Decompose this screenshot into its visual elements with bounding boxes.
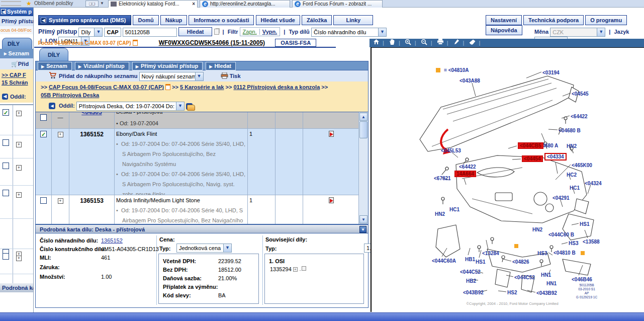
diagram-part-label[interactable]: <13284 [482, 251, 499, 256]
diagram-part-label[interactable]: <043B92 [536, 290, 557, 296]
diagram-part-label[interactable]: HN2 [567, 143, 577, 149]
bg-breadcrumb[interactable]: >> CAP F15 Schrán [0, 69, 34, 91]
prev-section-button[interactable]: ◀ [49, 103, 55, 109]
zoom-out-icon[interactable] [418, 39, 431, 48]
diagram-part-label[interactable]: HC2 [567, 172, 577, 178]
scroll-down-icon[interactable]: ▼ [359, 215, 367, 223]
diagram-part-label[interactable]: <044C60 B [548, 232, 574, 237]
scroll-up-icon[interactable]: ▲ [359, 113, 367, 121]
bg-table-row[interactable]: + [0, 186, 34, 219]
bg-table-row[interactable]: + [0, 219, 34, 249]
bg-table-row[interactable]: + [0, 158, 34, 186]
nav-links[interactable]: Linky [333, 15, 373, 25]
diagram-part-label[interactable]: <044C52 [460, 269, 481, 275]
search-button[interactable]: Hledat [178, 27, 213, 36]
bg-dily-tab[interactable]: DÍLY [2, 38, 32, 49]
goto-icon[interactable] [302, 266, 306, 271]
nav-tech-support[interactable]: Technická podpora [523, 15, 584, 25]
scroll-thumb[interactable] [359, 121, 367, 138]
nav-help[interactable]: Nápověda [486, 25, 522, 35]
bg-table-row[interactable]: + [0, 249, 34, 274]
section-select[interactable]: Přístrojová Deska, Od: 19-07-2004 Do: 15… [76, 102, 185, 111]
table-row-group[interactable]: — <04305 Deska - přístrojová • Od: 19-07… [36, 112, 359, 129]
print-label[interactable]: Tisk [230, 73, 241, 79]
diagram-part-label[interactable]: HN1 [546, 281, 557, 286]
nav-settings[interactable]: Nastavení [486, 15, 522, 25]
diagram-part-label[interactable]: HS2 [507, 290, 517, 295]
diagram-part-label[interactable]: <046B46 [572, 277, 592, 282]
part-number[interactable]: 1365153 [69, 195, 115, 224]
nav-purchase[interactable]: Nákup [160, 15, 188, 25]
related-part-row[interactable]: 1335294 +→ [270, 266, 306, 272]
part-note-icon[interactable] [329, 197, 334, 203]
diagram-part-label[interactable]: <04334 [544, 153, 567, 160]
row-checkbox[interactable] [40, 197, 47, 204]
expand-icon[interactable]: + [293, 267, 298, 272]
tab-list-dropdown-icon[interactable]: ▼ [100, 1, 104, 6]
part-note-icon[interactable] [329, 131, 334, 137]
filter-on-link[interactable]: Zapn. [240, 29, 260, 35]
print-icon[interactable] [221, 72, 228, 79]
diagram-part-label[interactable]: HC1 [570, 185, 580, 191]
home-icon[interactable] [370, 39, 383, 47]
diagram-part-label[interactable]: <044C52 [514, 275, 535, 280]
quick-tabs-button[interactable]: ❑❑ [85, 1, 99, 7]
tab-close-icon[interactable]: × [192, 1, 195, 7]
subnav-hledat[interactable]: ▶Hledat [206, 62, 236, 70]
nav-search-all[interactable]: Hledat všude [256, 15, 300, 25]
diagram-view[interactable]: = <04810A <043A88<03194<04545<64422<0468… [371, 47, 644, 312]
breadcrumb-link-subsection[interactable]: 05B Přístrojová Deska [41, 92, 99, 98]
diagram-part-label[interactable]: <64422 [571, 114, 588, 119]
table-row-selected[interactable]: ✓ + 1365152 Ebony/Dark Flint • Od: 19-07… [36, 129, 359, 195]
diagram-part-label[interactable]: <465K00 [572, 163, 592, 168]
nav-home[interactable]: Domů [133, 15, 158, 25]
part-number[interactable]: 1365152 [69, 129, 115, 195]
filter-off-link[interactable]: Vypn. [260, 29, 280, 35]
favorites-label[interactable]: Oblíbené položky [34, 1, 73, 6]
favorites-star-icon[interactable]: ★ [26, 1, 33, 7]
vin-link[interactable]: WF0WXXGCDW5K54066 (15-11-2005) [159, 39, 265, 46]
browser-tab-2[interactable]: e http://ereonline2.eurotaxgla... [200, 0, 290, 8]
diagram-part-label[interactable]: HB2 [466, 278, 476, 284]
print-icon[interactable] [434, 39, 447, 47]
copy-icon[interactable] [214, 29, 219, 35]
breadcrumb-link-vehicle[interactable]: CAP Focus 04-08/Focus C-MAX 03-07 (CAP) [49, 84, 164, 90]
part-type-select[interactable]: Číslo náhradního dílu▼ [311, 28, 387, 37]
browser-tab-active[interactable]: Elektronický katalog Ford... × [108, 0, 198, 8]
diagram-part-label[interactable]: <044CB5 [518, 142, 543, 149]
browser-tab-3[interactable]: e Ford Focus Fórum - zobrazit ... [292, 0, 383, 8]
table-row[interactable]: + 1365153 Modrá Infinity/Medium Light St… [36, 195, 359, 224]
breadcrumb-link-group[interactable]: 5 Karosérie a lak [180, 84, 224, 90]
vehicle-doc-icon[interactable] [133, 40, 138, 46]
dms-system-button[interactable]: ◀Systém pro správu dat (DMS) [38, 15, 131, 25]
diagram-part-label[interactable]: HS1 [476, 259, 485, 265]
nav-part-info[interactable]: Informace o součásti [189, 15, 254, 25]
diagram-part-label[interactable]: <04324 [585, 181, 602, 186]
diagram-part-label[interactable]: <04810 B [554, 250, 576, 256]
folder-up-icon[interactable] [187, 105, 195, 111]
eraser-icon[interactable] [466, 39, 479, 47]
diagram-part-label[interactable]: HS3 [537, 251, 547, 256]
diagram-part-label[interactable]: 14A664 [454, 171, 476, 177]
row-checkbox[interactable] [40, 114, 47, 121]
prev-section-icon[interactable]: ◀ [2, 94, 8, 100]
price-type-select[interactable]: Jednotková cena▼ [176, 244, 232, 253]
part-number-link[interactable]: <04305 [81, 112, 102, 116]
diagram-part-label[interactable]: <03194 [542, 70, 560, 75]
subnav-primy-vizualni-pristup[interactable]: ▶Přímý vizuální přístup [132, 62, 203, 70]
collapse-detail-icon[interactable]: ▼ [359, 226, 366, 233]
shopping-list-select[interactable]: Nový nákupní seznam▼ [139, 72, 204, 81]
bg-add-to-list[interactable]: 🛒Přid [0, 58, 34, 69]
zoom-in-icon[interactable] [402, 39, 415, 48]
diagram-part-label[interactable]: HN1 [541, 272, 551, 278]
diagram-part-label[interactable]: <045L53 [441, 148, 461, 153]
table-scrollbar[interactable]: ▲ ▼ [358, 112, 368, 224]
part-number-link[interactable]: 1365152 [101, 237, 123, 244]
diagram-part-label[interactable]: <043A88 [459, 78, 480, 84]
bg-table-row[interactable]: ✓+ [0, 105, 34, 135]
subnav-seznam[interactable]: ▶Seznam [38, 62, 72, 70]
bg-seznam-button[interactable]: ▸ Seznam [0, 49, 34, 58]
diagram-part-label[interactable]: <04545 [572, 91, 589, 97]
dily-tab[interactable]: DÍLY [39, 48, 68, 61]
row-checkbox-checked[interactable]: ✓ [40, 131, 47, 137]
